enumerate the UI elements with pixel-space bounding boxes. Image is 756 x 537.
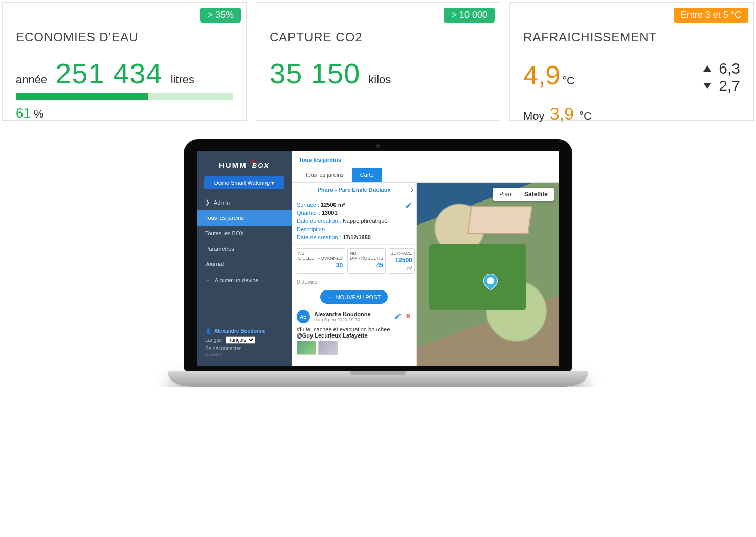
user-icon: 👤 — [205, 328, 211, 334]
garden-title: Pharo - Parc Emile Duclaux — [317, 187, 390, 193]
creation2-label: Date de creation : — [297, 234, 341, 240]
account-dropdown-label: Demo Smart Watering — [214, 180, 270, 186]
mini-electro-label: NB D'ÉLECTROVANNES — [298, 251, 343, 261]
post-thumb-1[interactable] — [297, 341, 316, 355]
lang-label: Langue — [205, 337, 222, 343]
build-id: cbafb391 — [205, 352, 283, 357]
map-type-control: Plan Satellite — [493, 188, 554, 201]
cooling-low: 2,7 — [719, 77, 740, 95]
cooling-unit: °C — [562, 74, 575, 87]
co2-value: 35 150 — [270, 57, 360, 90]
sidebar-add-device-label: Ajouter un device — [215, 277, 258, 283]
detail-panel: Pharo - Parc Emile Duclaux › Surface : 1… — [292, 183, 417, 366]
mini-arroseurs-value: 45 — [350, 262, 383, 269]
delete-post-icon[interactable]: 🗑 — [406, 312, 411, 321]
water-progress-fill — [16, 93, 148, 100]
avatar: AB — [297, 310, 310, 323]
new-post-label: NOUVEAU POST — [336, 294, 381, 300]
card-economies-eau: > 35% ECONOMIES D'EAU année 251 434 litr… — [2, 2, 247, 121]
breadcrumb: Tous les jardins — [292, 151, 559, 168]
cooling-avg-unit: °C — [579, 109, 592, 122]
water-pct-value: 61 — [16, 105, 31, 121]
card-cooling-title: RAFRAICHISSEMENT — [523, 30, 740, 44]
surface-value: 12500 m² — [321, 202, 345, 208]
cooling-avg-label: Moy — [523, 109, 545, 122]
quartier-value: 13001 — [322, 210, 338, 216]
sidebar-item-all-boxes[interactable]: Toutes les BOX — [197, 226, 292, 241]
logo-text-a: HUMM — [219, 161, 247, 169]
mini-surface-label: SURFACE — [390, 251, 412, 256]
account-dropdown[interactable]: Demo Smart Watering ▾ — [204, 176, 284, 189]
mini-arroseurs: NB D'ARROSEURS 45 — [347, 248, 386, 274]
water-progress-bar — [16, 93, 233, 100]
laptop-notch — [350, 371, 406, 375]
new-post-button[interactable]: ＋ NOUVEAU POST — [320, 290, 388, 304]
logout-link[interactable]: Se déconnecter — [205, 346, 283, 351]
app-logo: HUMM BOX — [197, 158, 292, 176]
post-body-text: #fuite_cachee et evacuation bouchee — [297, 326, 411, 332]
sidebar-item-journal[interactable]: Journal — [197, 256, 292, 272]
mini-electrovannes: NB D'ÉLECTROVANNES 30 — [296, 248, 345, 274]
sidebar-admin-label: Admin — [214, 199, 230, 206]
card-water-title: ECONOMIES D'EAU — [16, 30, 233, 44]
surface-label: Surface : — [297, 202, 319, 208]
cooling-avg-value: 3,9 — [550, 104, 574, 123]
map-plan-button[interactable]: Plan — [493, 188, 518, 201]
satellite-map[interactable]: Plan Satellite — [417, 183, 559, 366]
mini-surface-unit: m² — [407, 266, 412, 271]
mini-arroseurs-label: NB D'ARROSEURS — [350, 251, 383, 261]
mini-electro-value: 30 — [298, 262, 343, 269]
badge-water: > 35% — [200, 8, 241, 23]
creation-value: Nappe phréatique — [343, 218, 387, 224]
map-satellite-button[interactable]: Satellite — [518, 188, 554, 201]
sidebar: HUMM BOX Demo Smart Watering ▾ ❯ Admin T… — [197, 151, 292, 366]
sidebar-item-all-gardens[interactable]: Tous les jardins — [197, 210, 292, 226]
mini-surface-value: 12500 — [395, 257, 412, 264]
tab-carte[interactable]: Carte — [352, 168, 382, 182]
badge-co2: > 10 000 — [444, 8, 495, 23]
map-lawn — [429, 244, 526, 310]
map-building — [467, 206, 532, 234]
sidebar-user[interactable]: 👤 Alexandre Boudonne — [205, 328, 283, 334]
cooling-high: 6,3 — [719, 60, 740, 77]
sidebar-item-parametres[interactable]: Paramètres — [197, 241, 292, 256]
post-date: dom 5 gen 2020 19:30 — [314, 317, 371, 322]
description-label: Description : — [297, 226, 328, 232]
mini-surface: SURFACE 12500 m² — [388, 248, 415, 274]
water-pct-unit: % — [34, 107, 44, 120]
edit-post-icon[interactable] — [394, 312, 402, 321]
sidebar-user-name: Alexandre Boudonne — [214, 328, 266, 334]
post-author: Alexandre Boudonne — [314, 311, 371, 317]
tab-all-gardens[interactable]: Tous les jardins — [297, 168, 352, 182]
sidebar-item-add-device[interactable]: ＋ Ajouter un device — [197, 272, 292, 288]
badge-cooling: Entre 3 et 5 °C — [674, 8, 748, 23]
water-value: 251 434 — [55, 57, 162, 90]
card-co2-title: CAPTURE CO2 — [270, 30, 486, 44]
edit-garden-icon[interactable] — [405, 202, 412, 210]
co2-unit: kilos — [368, 73, 391, 86]
device-count: 0 device — [292, 277, 416, 287]
chevron-down-icon — [703, 83, 711, 89]
laptop-mockup: HUMM BOX Demo Smart Watering ▾ ❯ Admin T… — [184, 139, 572, 387]
card-capture-co2: > 10 000 CAPTURE CO2 35 150 kilos — [256, 2, 500, 121]
logo-text-b: BOX — [252, 162, 270, 169]
creation2-value: 17/12/1850 — [343, 234, 371, 240]
post: AB Alexandre Boudonne dom 5 gen 2020 19:… — [292, 307, 416, 358]
creation-label: Date de creation : — [297, 218, 341, 224]
cooling-value: 4,9 — [523, 60, 560, 90]
camera-icon — [376, 144, 380, 148]
chevron-up-icon — [703, 65, 711, 72]
card-rafraichissement: Entre 3 et 5 °C RAFRAICHISSEMENT 4,9°C 6… — [509, 2, 754, 121]
post-mention: @Guy Lecurieux Lafayette — [297, 332, 411, 339]
lang-select[interactable]: français — [226, 336, 255, 344]
sidebar-item-admin[interactable]: ❯ Admin — [197, 194, 292, 210]
quartier-label: Quartier : — [297, 210, 320, 216]
post-thumb-2[interactable] — [318, 341, 338, 355]
water-prefix: année — [16, 73, 47, 86]
arrow-right-icon[interactable]: › — [411, 185, 413, 194]
water-unit: litres — [171, 73, 194, 86]
